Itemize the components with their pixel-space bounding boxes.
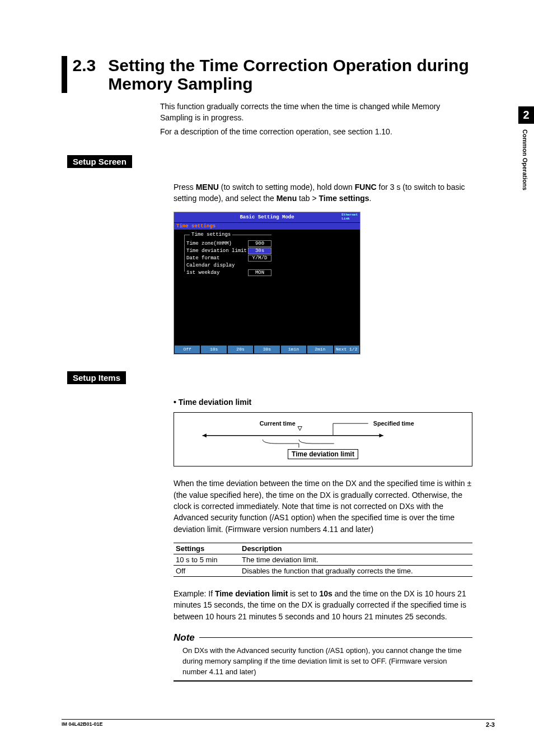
sc-breadcrumb: Time settings [174, 222, 360, 230]
note-body: On DXs with the Advanced security functi… [182, 646, 472, 678]
setup-screen-callout: Setup Screen [67, 155, 132, 168]
setup-screen-text: Press MENU (to switch to setting mode), … [174, 181, 472, 204]
section-title: Setting the Time Correction Operation du… [108, 56, 512, 93]
sc-sk-off[interactable]: Off [175, 346, 200, 353]
section-number: 2.3 [73, 56, 96, 74]
svg-text:Current time: Current time [260, 420, 296, 427]
note-rule [199, 637, 472, 638]
heading-bar [62, 56, 67, 93]
page-footer: IM 04L42B01-01E 2-3 [62, 719, 495, 728]
time-deviation-diagram: Current time Specified time Time deviati… [174, 412, 472, 466]
sc-sk-20s[interactable]: 20s [228, 346, 253, 353]
table-row: Off Disables the function that gradually… [174, 565, 472, 576]
svg-marker-6 [380, 434, 383, 438]
sc-sk-2min[interactable]: 2min [307, 346, 332, 353]
th-settings: Settings [174, 543, 240, 554]
table-row: 10 s to 5 min The time deviation limit. [174, 554, 472, 565]
sc-group-label: Time settings [190, 232, 232, 237]
settings-table: Settings Description 10 s to 5 min The t… [174, 543, 472, 577]
sc-link-indicator: Ethernet Link [341, 213, 358, 221]
svg-text:Specified time: Specified time [373, 420, 414, 427]
svg-marker-7 [203, 434, 207, 438]
sc-sk-1min[interactable]: 1min [281, 346, 306, 353]
device-screenshot: Basic Setting Mode Ethernet Link Time se… [174, 212, 360, 354]
note-end-rule [174, 680, 472, 682]
intro-para-2: For a description of the time correction… [160, 126, 472, 137]
sc-sk-30s[interactable]: 30s [254, 346, 279, 353]
sc-softkeys: Off 10s 20s 30s 1min 2min Next 1/2 [174, 345, 360, 354]
intro-para-1: This function gradually corrects the tim… [160, 101, 472, 124]
diagram-box-label: Time deviation limit [288, 449, 358, 459]
sc-sk-next[interactable]: Next 1/2 [334, 346, 359, 353]
bullet-time-deviation: • Time deviation limit [174, 398, 512, 407]
sc-sk-10s[interactable]: 10s [201, 346, 226, 353]
setup-items-callout: Setup Items [67, 371, 126, 384]
note-heading: Note [174, 632, 472, 643]
example-para: Example: If Time deviation limit is set … [174, 588, 472, 622]
th-description: Description [240, 543, 472, 554]
sc-group-border [184, 235, 271, 272]
deviation-para: When the time deviation between the time… [174, 478, 472, 534]
footer-doc-id: IM 04L42B01-01E [62, 721, 103, 728]
footer-page-num: 2-3 [486, 721, 495, 728]
sc-titlebar: Basic Setting Mode Ethernet Link [174, 212, 360, 222]
sc-body: Time settings Time zone(HHMM)900 Time de… [174, 230, 360, 345]
section-heading: 2.3 Setting the Time Correction Operatio… [62, 56, 512, 93]
svg-marker-3 [298, 427, 302, 431]
